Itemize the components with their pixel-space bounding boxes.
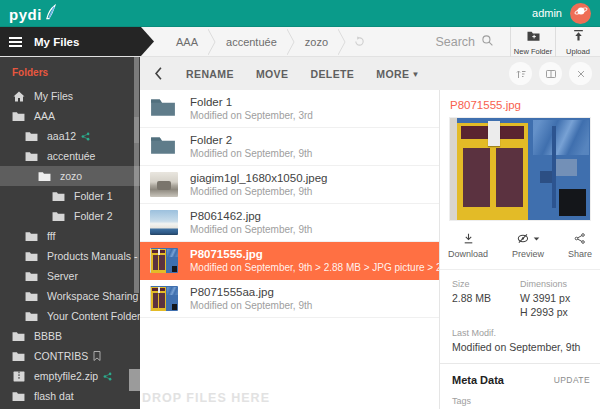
- folder-icon: [25, 291, 38, 301]
- file-name: P8071555aa.jpg: [190, 286, 312, 298]
- delete-button[interactable]: DELETE: [299, 68, 365, 80]
- sidebar-item-products-manuals-pdf[interactable]: Products Manuals - PDF: [0, 246, 140, 266]
- last-modified-value: Modified on September, 9th: [452, 340, 590, 354]
- upload-button[interactable]: Upload: [556, 27, 600, 57]
- upload-label: Upload: [566, 47, 590, 56]
- username-label[interactable]: admin: [532, 7, 562, 19]
- share-button[interactable]: Share: [568, 231, 592, 259]
- workspace-header[interactable]: My Files: [0, 27, 154, 56]
- sidebar-item-label: Folder 2: [74, 210, 113, 222]
- file-row-p8071555aa[interactable]: P8071555aa.jpg Modified on September, 9t…: [140, 280, 439, 318]
- folder-icon: [150, 96, 178, 121]
- file-meta: Modified on September, 3rd: [190, 110, 313, 121]
- sort-button[interactable]: [509, 62, 532, 85]
- user-avatar[interactable]: [570, 3, 591, 24]
- sidebar-item-label: CONTRIBS: [34, 350, 88, 362]
- detail-actions: Download Preview: [440, 220, 600, 270]
- detail-file-title: P8071555.jpg: [440, 90, 600, 118]
- image-thumbnail: [150, 286, 178, 311]
- pydio-logo[interactable]: pydi: [9, 4, 58, 23]
- sidebar-item-aaa[interactable]: AAA: [0, 106, 140, 126]
- sidebar-item-bbbb[interactable]: BBBB: [0, 326, 140, 346]
- folder-icon: [12, 351, 25, 361]
- sidebar-item-zozo[interactable]: zozo: [0, 166, 140, 186]
- file-meta: Modified on September, 9th: [190, 186, 327, 197]
- sidebar-scrollbar-track[interactable]: [134, 57, 139, 293]
- back-button[interactable]: [140, 67, 175, 80]
- image-thumbnail: [150, 172, 178, 197]
- file-meta: Modified on September, 9th: [190, 224, 312, 235]
- file-row-p8071555-selected[interactable]: P8071555.jpg Modified on September, 9th …: [140, 242, 439, 280]
- close-panel-button[interactable]: [569, 62, 592, 85]
- update-metadata-button[interactable]: UPDATE: [554, 375, 590, 385]
- search-label: Search: [435, 35, 475, 49]
- sidebar-item-my-files[interactable]: My Files: [0, 86, 140, 106]
- sidebar-item-folder-1[interactable]: Folder 1: [0, 186, 140, 206]
- sidebar-item-folder-2[interactable]: Folder 2: [0, 206, 140, 226]
- rename-button[interactable]: RENAME: [175, 68, 245, 80]
- sidebar-item-your-content-folder[interactable]: Your Content Folder: [0, 306, 140, 326]
- file-row-folder-1[interactable]: Folder 1 Modified on September, 3rd: [140, 90, 439, 128]
- file-meta: Modified on September, 9th: [190, 148, 312, 159]
- download-button[interactable]: Download: [448, 231, 488, 259]
- sidebar-item-label: accentuée: [47, 150, 95, 162]
- scrollbar-handle[interactable]: [129, 369, 140, 391]
- pydio-app: pydi admin My Files: [0, 0, 600, 409]
- search-input[interactable]: Search: [435, 34, 510, 50]
- metadata-title: Meta Data: [452, 374, 504, 386]
- sidebar-item-fff[interactable]: fff: [0, 226, 140, 246]
- file-meta: Modified on September, 9th: [190, 300, 312, 311]
- breadcrumb: AAA accentuée zozo: [154, 27, 373, 56]
- sidebar-item-label: Folder 1: [74, 190, 113, 202]
- sidebar-scrollbar-thumb[interactable]: [134, 117, 139, 143]
- breadcrumb-item-aaa[interactable]: AAA: [166, 36, 208, 48]
- sidebar-item-emptyfile2-zip[interactable]: emptyfile2.zip: [0, 366, 140, 386]
- new-folder-button[interactable]: New Folder: [511, 27, 555, 57]
- new-folder-icon: [526, 28, 541, 46]
- folder-icon: [25, 131, 38, 141]
- chevron-right-icon: [338, 28, 346, 56]
- refresh-icon[interactable]: [346, 36, 373, 47]
- more-button[interactable]: MORE▼: [365, 68, 430, 80]
- sidebar-item-label: emptyfile2.zip: [34, 370, 98, 382]
- folder-icon: [12, 331, 25, 341]
- sidebar-item-label: Workspace Sharing: [47, 290, 138, 302]
- sidebar-item-server[interactable]: Server: [0, 266, 140, 286]
- file-name: Folder 1: [190, 96, 313, 108]
- file-name: Folder 2: [190, 134, 312, 146]
- file-info-section: Size 2.88 MB Dimensions W 3991 px H 2993…: [440, 270, 600, 364]
- preview-button[interactable]: Preview: [512, 231, 544, 259]
- move-button[interactable]: MOVE: [245, 68, 300, 80]
- sidebar-item-label: flash dat: [34, 390, 74, 402]
- size-value: 2.88 MB: [452, 291, 520, 305]
- file-row-giagim[interactable]: giagim1gl_1680x1050.jpeg Modified on Sep…: [140, 166, 439, 204]
- toggle-columns-button[interactable]: [539, 62, 562, 85]
- file-meta: Modified on September, 9th > 2.88 MB > J…: [190, 262, 439, 273]
- folder-icon: [12, 111, 25, 121]
- folder-icon: [38, 171, 51, 181]
- sidebar-item-accentuee[interactable]: accentuée: [0, 146, 140, 166]
- download-label: Download: [448, 249, 488, 259]
- sidebar-item-contribs[interactable]: CONTRIBS: [0, 346, 140, 366]
- height-value: H 2993 px: [520, 305, 570, 319]
- tags-label: Tags: [452, 396, 590, 406]
- chevron-right-icon: [208, 28, 216, 56]
- sidebar-item-flash-dat[interactable]: flash dat: [0, 386, 140, 406]
- saturn-planet-icon: [574, 4, 588, 22]
- more-label: MORE: [376, 68, 409, 80]
- bookmark-icon: [93, 351, 101, 361]
- file-row-p8061462[interactable]: P8061462.jpg Modified on September, 9th: [140, 204, 439, 242]
- file-name: P8061462.jpg: [190, 210, 312, 222]
- sidebar-item-label: fff: [47, 230, 55, 242]
- sidebar-item-workspace-sharing[interactable]: Workspace Sharing: [0, 286, 140, 306]
- image-preview[interactable]: [450, 118, 590, 220]
- file-row-folder-2[interactable]: Folder 2 Modified on September, 9th: [140, 128, 439, 166]
- menu-button[interactable]: [0, 35, 30, 49]
- size-label: Size: [452, 279, 520, 289]
- sidebar-item-aaa12[interactable]: aaa12: [0, 126, 140, 146]
- sidebar-item-label: BBBB: [34, 330, 62, 342]
- breadcrumb-item-accentuee[interactable]: accentuée: [216, 36, 287, 48]
- breadcrumb-item-zozo[interactable]: zozo: [295, 36, 338, 48]
- file-name: giagim1gl_1680x1050.jpeg: [190, 172, 327, 184]
- folder-icon: [25, 271, 38, 281]
